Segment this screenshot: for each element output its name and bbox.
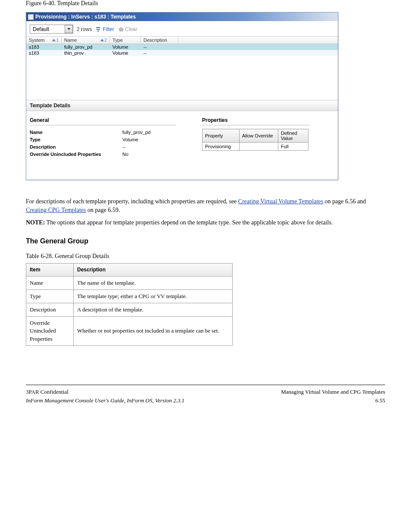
link-creating-vv-templates[interactable]: Creating Virtual Volume Templates	[238, 198, 323, 205]
grid-headers: System 1 Name 2 Type Description	[26, 36, 338, 44]
table-row[interactable]: s183 fully_prov_pd Volume --	[26, 44, 338, 50]
props-header-defined[interactable]: Defined Value	[278, 129, 308, 143]
info-header-desc: Description	[74, 263, 233, 276]
rows-count-label: 2 rows	[77, 26, 92, 32]
cell-type: Volume	[110, 44, 141, 50]
info-desc: A description of the template.	[74, 303, 233, 316]
app-icon	[28, 14, 34, 20]
general-group-details-table: Item Description NameThe name of the tem…	[26, 263, 233, 346]
footer-left: 3PAR Confidential	[26, 389, 184, 395]
cell-system: s183	[26, 44, 62, 50]
kv-value: fully_prov_pd	[122, 129, 150, 136]
props-header-property[interactable]: Property	[202, 129, 240, 143]
template-details-header: Template Details	[26, 100, 338, 111]
info-desc: The name of the template.	[74, 276, 233, 289]
dropdown-value: Default	[30, 25, 65, 33]
header-label-type: Type	[112, 37, 123, 43]
info-item: Name	[26, 276, 74, 289]
app-window: Provisioning : InServs : s183 : Template…	[26, 12, 338, 180]
info-row: DescriptionA description of the template…	[26, 303, 233, 316]
properties-data-row[interactable]: Provisioning Full	[202, 143, 308, 151]
footer-page: 6.55	[281, 397, 385, 404]
text: on page 6.56 and	[325, 198, 366, 205]
note-label: NOTE:	[26, 219, 45, 226]
svg-rect-1	[96, 27, 100, 28]
link-creating-cpg-templates[interactable]: Creating CPG Templates	[26, 207, 86, 213]
kv-row: Description--	[30, 143, 176, 151]
kv-key: Name	[30, 129, 122, 136]
info-desc: The template type; either a CPG or VV te…	[74, 289, 233, 303]
grid-body: s183 fully_prov_pd Volume -- s183 thin_p…	[26, 44, 338, 100]
text: on page 6.59.	[87, 207, 120, 213]
properties-title: Properties	[202, 117, 310, 125]
info-row: TypeThe template type; either a CPG or V…	[26, 289, 233, 303]
filter-link[interactable]: Filter	[95, 26, 114, 32]
table-row[interactable]: s183 thin_prov Volume --	[26, 50, 338, 56]
footer-doc-title: InForm Management Console User's Guide, …	[26, 397, 184, 404]
column-header-system[interactable]: System 1	[26, 37, 62, 44]
filter-icon	[95, 26, 101, 32]
column-header-name[interactable]: Name 2	[62, 37, 110, 44]
footer-center: Managing Virtual Volume and CPG Template…	[281, 389, 385, 395]
kv-value: No	[122, 151, 128, 158]
kv-key: Type	[30, 136, 122, 143]
sort-asc-icon	[52, 39, 56, 41]
properties-header-row: Property Allow Override Defined Value	[202, 129, 308, 143]
props-header-allow[interactable]: Allow Override	[240, 129, 278, 143]
svg-marker-0	[67, 28, 71, 30]
template-details-body: General Namefully_prov_pd TypeVolume Des…	[26, 111, 338, 180]
svg-rect-2	[97, 29, 100, 30]
info-item: Override Unincluded Properties	[26, 317, 74, 346]
clear-label: Clear	[125, 26, 137, 32]
figure-label: Figure 6-40. Template Details	[26, 0, 411, 7]
cell-type: Volume	[110, 50, 141, 56]
kv-value: Volume	[122, 136, 138, 143]
header-label-description: Description	[143, 37, 167, 43]
props-cell-property: Provisioning	[202, 143, 240, 151]
info-header-item: Item	[26, 263, 74, 276]
kv-row: Namefully_prov_pd	[30, 129, 176, 136]
titlebar: Provisioning : InServs : s183 : Template…	[26, 12, 338, 21]
cell-name: fully_prov_pd	[62, 44, 110, 50]
header-label-system: System	[29, 37, 45, 43]
filter-label: Filter	[103, 26, 114, 32]
header-label-name: Name	[64, 37, 77, 43]
info-row: NameThe name of the template.	[26, 276, 233, 289]
clear-link[interactable]: Clear	[118, 26, 137, 32]
cell-description: --	[141, 44, 178, 50]
general-title: General	[30, 117, 176, 125]
properties-table: Property Allow Override Defined Value Pr…	[202, 129, 308, 151]
info-header-row: Item Description	[26, 263, 233, 276]
svg-rect-3	[97, 31, 99, 31]
note: NOTE: The options that appear for templa…	[26, 218, 385, 227]
sort-asc-icon	[100, 39, 104, 41]
props-cell-allow	[240, 143, 278, 151]
props-cell-defined: Full	[278, 143, 308, 151]
view-dropdown[interactable]: Default	[30, 25, 73, 34]
sort-order-2: 2	[104, 38, 107, 43]
info-desc: Whether or not properties not included i…	[74, 317, 233, 346]
kv-row: TypeVolume	[30, 136, 176, 143]
info-item: Type	[26, 289, 74, 303]
kv-value: --	[122, 143, 125, 151]
table-label: Table 6-28. General Group Details	[26, 252, 385, 261]
cell-system: s183	[26, 50, 62, 56]
note-text: The options that appear for template pro…	[47, 219, 333, 226]
column-header-description[interactable]: Description	[141, 37, 178, 44]
column-header-type[interactable]: Type	[110, 37, 141, 44]
chevron-down-icon[interactable]	[65, 25, 73, 33]
section-title: The General Group	[26, 236, 385, 246]
titlebar-text: Provisioning : InServs : s183 : Template…	[35, 14, 136, 20]
info-row: Override Unincluded PropertiesWhether or…	[26, 317, 233, 346]
sort-order-1: 1	[56, 38, 59, 43]
general-group: General Namefully_prov_pd TypeVolume Des…	[30, 117, 176, 158]
cell-description: --	[141, 50, 178, 56]
toolbar: Default 2 rows Filter Clear	[26, 21, 338, 36]
cell-name: thin_prov	[62, 50, 110, 56]
paragraph: For descriptions of each template proper…	[26, 197, 385, 214]
page-footer: 3PAR Confidential InForm Management Cons…	[26, 385, 385, 404]
kv-row: Override Unincluded PropertiesNo	[30, 151, 176, 158]
properties-group: Properties Property Allow Override Defin…	[202, 117, 310, 158]
text: For descriptions of each template proper…	[26, 198, 238, 205]
clear-icon	[118, 26, 124, 32]
